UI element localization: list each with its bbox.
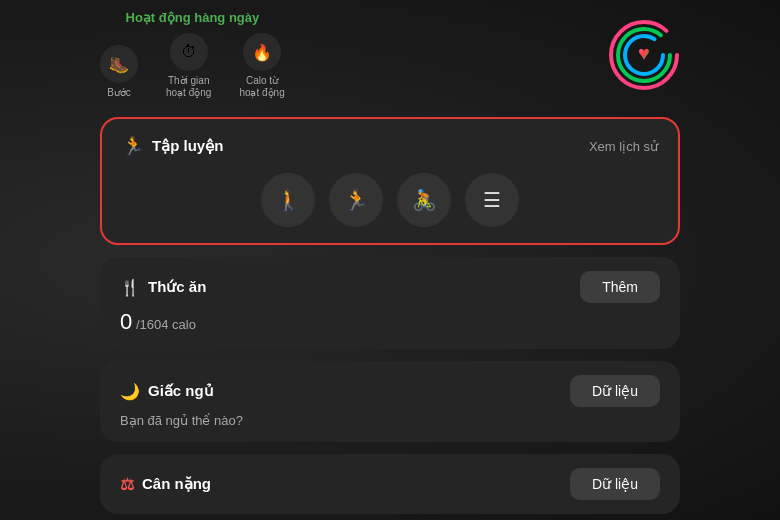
activity-icons-row: 🥾 Bước ⏱ Thời gianhoạt động 🔥 Calo từhoạ… <box>100 33 285 99</box>
sleep-header: 🌙 Giấc ngủ Dữ liệu <box>120 375 660 407</box>
daily-activity-title: Hoạt động hàng ngày <box>100 10 285 25</box>
weight-card: ⚖ Cân nặng Dữ liệu <box>100 454 680 514</box>
food-total: /1604 calo <box>136 317 196 332</box>
sleep-description: Bạn đã ngủ thế nào? <box>120 413 660 428</box>
steps-icon: 🥾 <box>100 45 138 83</box>
workout-run-btn[interactable]: 🏃 <box>329 173 383 227</box>
workout-buttons-row: 🚶 🏃 🚴 ☰ <box>122 173 658 227</box>
workout-more-btn[interactable]: ☰ <box>465 173 519 227</box>
food-header: 🍴 Thức ăn Thêm <box>120 271 660 303</box>
food-title: 🍴 Thức ăn <box>120 278 206 297</box>
workout-label: Tập luyện <box>152 137 223 155</box>
weight-label: Cân nặng <box>142 475 211 493</box>
svg-text:♥: ♥ <box>638 42 650 64</box>
workout-card: 🏃 Tập luyện Xem lịch sử 🚶 🏃 🚴 ☰ <box>100 117 680 245</box>
activity-time[interactable]: ⏱ Thời gianhoạt động <box>166 33 211 99</box>
view-history-link[interactable]: Xem lịch sử <box>589 139 658 154</box>
sleep-data-button[interactable]: Dữ liệu <box>570 375 660 407</box>
food-icon: 🍴 <box>120 278 140 297</box>
food-amount: 0 <box>120 309 132 334</box>
food-add-button[interactable]: Thêm <box>580 271 660 303</box>
sleep-card: 🌙 Giấc ngủ Dữ liệu Bạn đã ngủ thế nào? <box>100 361 680 442</box>
weight-icon: ⚖ <box>120 475 134 494</box>
sleep-label: Giấc ngủ <box>148 382 214 400</box>
weight-data-button[interactable]: Dữ liệu <box>570 468 660 500</box>
workout-sport-icon: 🏃 <box>122 135 144 157</box>
main-container: Hoạt động hàng ngày 🥾 Bước ⏱ Thời gianho… <box>0 0 780 520</box>
activity-steps[interactable]: 🥾 Bước <box>100 45 138 99</box>
weight-header: ⚖ Cân nặng Dữ liệu <box>120 468 660 500</box>
food-calo-info: 0 /1604 calo <box>120 309 660 335</box>
food-card: 🍴 Thức ăn Thêm 0 /1604 calo <box>100 257 680 349</box>
sleep-icon: 🌙 <box>120 382 140 401</box>
calo-label: Calo từhoạt động <box>239 75 284 99</box>
time-label: Thời gianhoạt động <box>166 75 211 99</box>
workout-header: 🏃 Tập luyện Xem lịch sử <box>122 135 658 157</box>
weight-title: ⚖ Cân nặng <box>120 475 211 494</box>
workout-cycle-btn[interactable]: 🚴 <box>397 173 451 227</box>
food-label: Thức ăn <box>148 278 206 296</box>
workout-title: 🏃 Tập luyện <box>122 135 223 157</box>
steps-label: Bước <box>107 87 131 99</box>
heart-ring[interactable]: ♥ <box>608 19 680 91</box>
calo-icon: 🔥 <box>243 33 281 71</box>
time-icon: ⏱ <box>170 33 208 71</box>
top-section: Hoạt động hàng ngày 🥾 Bước ⏱ Thời gianho… <box>100 0 680 117</box>
activity-calo[interactable]: 🔥 Calo từhoạt động <box>239 33 284 99</box>
workout-walk-btn[interactable]: 🚶 <box>261 173 315 227</box>
sleep-title: 🌙 Giấc ngủ <box>120 382 214 401</box>
